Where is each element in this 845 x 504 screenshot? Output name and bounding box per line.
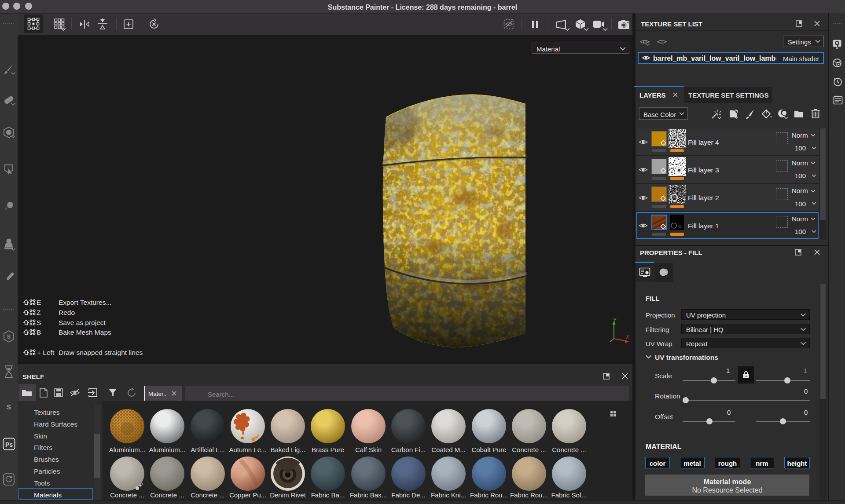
svg-text:Ps: Ps	[5, 441, 13, 448]
svg-text:Y: Y	[613, 317, 617, 323]
svg-text:S: S	[7, 333, 11, 340]
svg-text:s: s	[6, 402, 11, 411]
svg-text:X: X	[626, 334, 629, 340]
svg-text:1: 1	[661, 40, 663, 44]
